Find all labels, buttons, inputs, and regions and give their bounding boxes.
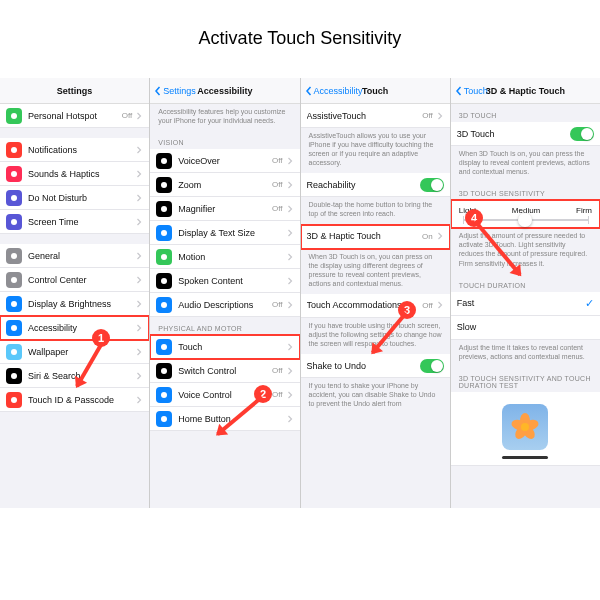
list-row[interactable]: Do Not Disturb: [0, 186, 149, 210]
desc: Adjust the amount of pressure needed to …: [451, 228, 600, 273]
list-row[interactable]: Touch AccommodationsOff: [301, 294, 450, 318]
app-icon: [156, 387, 172, 403]
progress-bar: [502, 456, 548, 459]
row-label: 3D Touch: [457, 129, 570, 139]
list-row[interactable]: Personal HotspotOff: [0, 104, 149, 128]
flower-image: [502, 404, 548, 450]
svg-point-2: [11, 171, 17, 177]
list-row[interactable]: Display & Text Size: [150, 221, 299, 245]
list-row[interactable]: Switch ControlOff: [150, 359, 299, 383]
row-label: 3D & Haptic Touch: [307, 231, 423, 241]
list-row[interactable]: Sounds & Haptics: [0, 162, 149, 186]
row-value: Off: [272, 156, 283, 165]
back-button[interactable]: Touch: [451, 86, 600, 96]
svg-point-1: [11, 147, 17, 153]
row-label: Voice Control: [178, 390, 272, 400]
list-row[interactable]: General: [0, 244, 149, 268]
back-button[interactable]: Settings: [150, 86, 299, 96]
list-row[interactable]: VoiceOverOff: [150, 149, 299, 173]
3dtouch-list[interactable]: 3D TOUCH 3D Touch When 3D Touch is on, y…: [451, 104, 600, 508]
row-value: On: [422, 232, 433, 241]
list-row[interactable]: Accessibility: [0, 316, 149, 340]
list-row[interactable]: Screen Time: [0, 210, 149, 234]
list-row[interactable]: Display & Brightness: [0, 292, 149, 316]
list-row[interactable]: AssistiveTouchOff: [301, 104, 450, 128]
section-header: TOUCH DURATION: [451, 274, 600, 292]
svg-point-16: [161, 254, 167, 260]
list-row[interactable]: Control Center: [0, 268, 149, 292]
row-3dtouch-toggle[interactable]: 3D Touch: [451, 122, 600, 146]
list-row[interactable]: Reachability: [301, 173, 450, 197]
toggle[interactable]: [420, 359, 444, 373]
row-label: Siri & Search: [28, 371, 135, 381]
app-icon: [156, 339, 172, 355]
slider-track[interactable]: [463, 219, 588, 221]
list-row[interactable]: Home Button: [150, 407, 299, 431]
list-row[interactable]: Touch: [150, 335, 299, 359]
svg-point-22: [161, 416, 167, 422]
row-label: Display & Text Size: [178, 228, 285, 238]
list-row[interactable]: Voice ControlOff: [150, 383, 299, 407]
toggle[interactable]: [420, 178, 444, 192]
svg-point-20: [161, 368, 167, 374]
list-row[interactable]: Siri & Search: [0, 364, 149, 388]
settings-list[interactable]: Personal HotspotOffNotificationsSounds &…: [0, 104, 149, 508]
list-row[interactable]: Spoken Content: [150, 269, 299, 293]
row-value: Off: [422, 301, 433, 310]
row-label: Audio Descriptions: [178, 300, 272, 310]
app-icon: [156, 411, 172, 427]
svg-point-18: [161, 302, 167, 308]
header-title: Settings: [0, 86, 149, 96]
svg-point-17: [161, 278, 167, 284]
app-icon: [6, 296, 22, 312]
chevron-right-icon: [286, 391, 294, 399]
header-3dtouch: Touch 3D & Haptic Touch: [451, 78, 600, 104]
slider-label-firm: Firm: [576, 206, 592, 215]
svg-point-15: [161, 230, 167, 236]
desc: Double-tap the home button to bring the …: [301, 197, 450, 224]
row-slow[interactable]: Slow: [451, 316, 600, 340]
app-icon: [156, 363, 172, 379]
list-row[interactable]: MagnifierOff: [150, 197, 299, 221]
row-value: Off: [272, 390, 283, 399]
row-label: VoiceOver: [178, 156, 272, 166]
svg-point-4: [11, 219, 17, 225]
accessibility-list[interactable]: Accessibility features help you customiz…: [150, 104, 299, 508]
list-row[interactable]: Audio DescriptionsOff: [150, 293, 299, 317]
chevron-right-icon: [135, 146, 143, 154]
toggle-3dtouch[interactable]: [570, 127, 594, 141]
app-icon: [6, 190, 22, 206]
list-row[interactable]: Shake to Undo: [301, 354, 450, 378]
panel-settings: Settings Personal HotspotOffNotification…: [0, 78, 149, 508]
row-label: Home Button: [178, 414, 285, 424]
chevron-right-icon: [286, 277, 294, 285]
list-row[interactable]: Notifications: [0, 138, 149, 162]
app-icon: [156, 201, 172, 217]
chevron-right-icon: [135, 194, 143, 202]
list-row[interactable]: Touch ID & Passcode: [0, 388, 149, 412]
list-row[interactable]: ZoomOff: [150, 173, 299, 197]
test-area[interactable]: [451, 392, 600, 466]
touch-list[interactable]: AssistiveTouchOffAssistiveTouch allows y…: [301, 104, 450, 508]
row-label: Screen Time: [28, 217, 135, 227]
section-header: 3D TOUCH SENSITIVITY AND TOUCH DURATION …: [451, 367, 600, 392]
app-icon: [6, 320, 22, 336]
app-icon: [6, 368, 22, 384]
row-label: Do Not Disturb: [28, 193, 135, 203]
row-label: Display & Brightness: [28, 299, 135, 309]
svg-point-19: [161, 344, 167, 350]
list-row[interactable]: Wallpaper: [0, 340, 149, 364]
sensitivity-slider[interactable]: Light Medium Firm: [451, 200, 600, 228]
desc: If you have trouble using the touch scre…: [301, 318, 450, 354]
svg-point-0: [11, 113, 17, 119]
row-label: Touch ID & Passcode: [28, 395, 135, 405]
chevron-right-icon: [436, 112, 444, 120]
chevron-right-icon: [286, 157, 294, 165]
row-fast[interactable]: Fast ✓: [451, 292, 600, 316]
back-button[interactable]: Accessibility: [301, 86, 450, 96]
slider-thumb[interactable]: [518, 213, 532, 227]
list-row[interactable]: 3D & Haptic TouchOn: [301, 225, 450, 249]
list-row[interactable]: Motion: [150, 245, 299, 269]
app-icon: [6, 392, 22, 408]
row-label: Reachability: [307, 180, 420, 190]
